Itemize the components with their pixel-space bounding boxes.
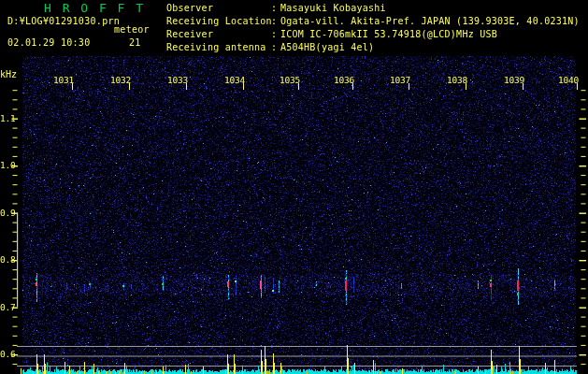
x-tick-label: 1033 [167, 76, 188, 85]
info-row-location: Receiving Location:Ogata-vill. Akita-Pre… [166, 15, 580, 28]
info-value: Ogata-vill. Akita-Pref. JAPAN (139.9303E… [280, 16, 580, 26]
station-info-block: Observer:Masayuki Kobayashi Receiving Lo… [166, 2, 190, 64]
x-tick-label: 1031 [53, 76, 74, 85]
info-row-observer: Observer:Masayuki Kobayashi [166, 2, 386, 15]
x-tick-label: 1036 [334, 76, 354, 85]
mode-label: meteor [114, 24, 150, 35]
info-label: Receiver [166, 28, 271, 40]
info-value: ICOM IC-706mkII 53.74918(@LCD)MHz USB [280, 29, 497, 39]
info-label: Observer [166, 2, 271, 14]
x-tick-label: 1032 [110, 76, 131, 85]
info-separator: : [271, 2, 280, 14]
y-tick-label: 0.9 [0, 209, 16, 218]
info-row-antenna: Receiving antenna:A504HB(yagi 4el) [166, 41, 374, 54]
meteor-count: 21 [129, 37, 141, 48]
x-tick-label: 1034 [224, 76, 245, 85]
y-axis-unit-label: kHz [0, 70, 17, 79]
info-separator: : [271, 41, 280, 53]
hrofft-screen: H R O F F T D:¥LOG¥01291030.prn meteor 0… [0, 0, 588, 374]
y-tick-label: 0.6 [0, 350, 16, 359]
x-tick-label: 1035 [280, 76, 300, 85]
y-tick-label: 1.1 [0, 114, 16, 123]
x-tick-label: 1040 [558, 76, 579, 85]
log-file-path: D:¥LOG¥01291030.prn [7, 16, 120, 26]
x-tick-label: 1038 [447, 76, 467, 85]
info-value: Masayuki Kobayashi [280, 3, 386, 13]
x-tick-label: 1037 [390, 76, 410, 85]
spectrogram-canvas [0, 0, 588, 374]
info-label: Receiving Location [166, 15, 271, 27]
x-tick-label: 1039 [504, 76, 524, 85]
info-value: A504HB(yagi 4el) [280, 42, 374, 52]
info-separator: : [271, 28, 280, 40]
info-separator: : [271, 15, 280, 27]
info-row-receiver: Receiver:ICOM IC-706mkII 53.74918(@LCD)M… [166, 28, 497, 41]
y-tick-label: 0.7 [0, 303, 16, 312]
y-tick-label: 1.0 [0, 161, 16, 170]
info-label: Receiving antenna [166, 41, 271, 53]
observation-datetime: 02.01.29 10:30 [7, 37, 91, 48]
y-tick-label: 0.8 [0, 255, 16, 265]
app-title: H R O F F T [44, 1, 145, 15]
